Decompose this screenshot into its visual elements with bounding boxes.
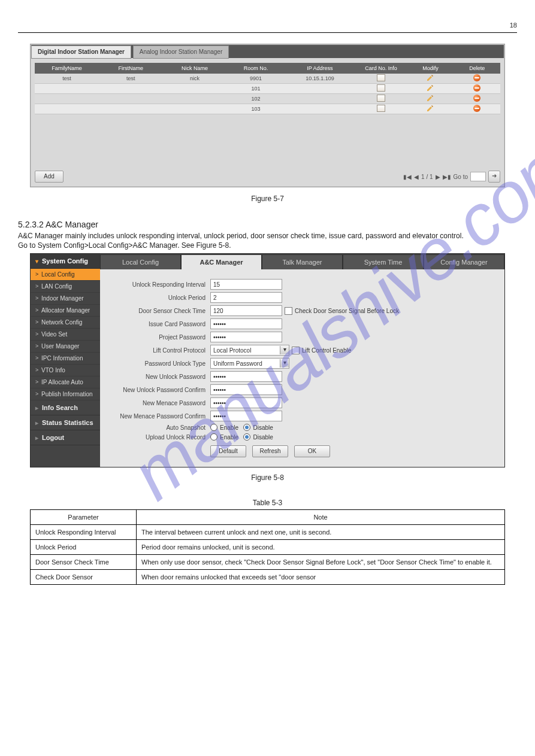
sidebar-item-user-manager[interactable]: User Manager [31, 341, 100, 353]
section-heading: 5.2.3.2 A&C Manager [18, 220, 517, 229]
pager-last-icon[interactable]: ▶▮ [443, 174, 451, 180]
label-auto-snapshot: Auto Snapshot [111, 424, 210, 431]
table-row: Door Sensor Check TimeWhen only use door… [31, 555, 505, 570]
card-info-icon[interactable] [377, 74, 385, 81]
label-new-unlock-password-confirm: New Unlock Password Confirm [111, 387, 210, 393]
card-info-icon[interactable] [377, 105, 385, 112]
select-password-unlock-type[interactable]: Uniform Password▾ [210, 358, 289, 369]
pager-goto-input[interactable] [470, 172, 486, 181]
tab-system-time[interactable]: System Time [343, 254, 424, 269]
sidebar-item-allocator-manager[interactable]: Allocator Manager [31, 305, 100, 317]
edit-icon[interactable] [427, 84, 434, 92]
card-info-icon[interactable] [377, 84, 385, 92]
table-row: 102 [35, 94, 500, 104]
tab-digital-indoor[interactable]: Digital Indoor Station Manager [31, 45, 131, 59]
figure2-caption: Figure 5-8 [18, 473, 517, 482]
sidebar-item-info-search[interactable]: Info Search [31, 400, 100, 415]
radio-auto-snapshot-enable[interactable] [210, 424, 217, 431]
edit-icon[interactable] [427, 74, 434, 81]
sidebar-item-ip-allocate-auto[interactable]: IP Allocate Auto [31, 377, 100, 388]
station-manager-tabs: Digital Indoor Station Manager Analog In… [31, 45, 504, 58]
tab-talk-manager[interactable]: Talk Manager [262, 254, 343, 269]
radio-upload-unlock-enable[interactable] [210, 433, 217, 441]
input-door-sensor-check-time[interactable]: 120 [210, 305, 282, 316]
ac-manager-panel: System Config Local Config LAN Config In… [30, 253, 505, 467]
tab-analog-indoor[interactable]: Analog Indoor Station Manager [133, 45, 229, 59]
figure1-caption: Figure 5-7 [18, 195, 517, 203]
table-row: 101 [35, 84, 500, 94]
section-text-1: A&C Manager mainly includes unlock respo… [18, 232, 517, 240]
label-password-unlock-type: Password Unlock Type [111, 360, 210, 367]
param-table-header-note: Note [137, 510, 505, 525]
param-table: ParameterNote Unlock Responding Interval… [30, 509, 505, 585]
sidebar-item-ipc-information[interactable]: IPC Information [31, 353, 100, 365]
table-row: 103 [35, 104, 500, 114]
card-info-icon[interactable] [377, 95, 385, 102]
config-tabs: Local Config A&C Manager Talk Manager Sy… [100, 254, 504, 269]
checkbox-door-sensor-signal[interactable] [285, 307, 292, 315]
edit-icon[interactable] [427, 105, 434, 112]
label-unlock-responding-interval: Unlock Responding Interval [111, 281, 210, 288]
sidebar-item-video-set[interactable]: Video Set [31, 329, 100, 341]
label-radio-disable: Disable [253, 434, 273, 441]
edit-icon[interactable] [427, 95, 434, 102]
checkbox-lift-control-enable[interactable] [292, 347, 300, 354]
pager-first-icon[interactable]: ▮◀ [403, 174, 412, 180]
label-door-sensor-check-time: Door Sensor Check Time [111, 308, 210, 314]
label-radio-disable: Disable [253, 424, 273, 431]
sidebar-item-status-statistics[interactable]: Status Statistics [31, 415, 100, 430]
sidebar-header-system-config[interactable]: System Config [31, 254, 100, 269]
input-new-unlock-password[interactable]: •••••• [210, 371, 282, 382]
add-button[interactable]: Add [35, 171, 64, 183]
input-new-menace-password-confirm[interactable]: •••••• [210, 411, 282, 421]
tab-config-manager[interactable]: Config Manager [424, 254, 504, 269]
pager-go-button[interactable]: ➜ [488, 171, 500, 183]
label-radio-enable: Enable [220, 424, 238, 431]
tab-local-config[interactable]: Local Config [100, 254, 181, 269]
label-unlock-period: Unlock Period [111, 294, 210, 301]
refresh-button[interactable]: Refresh [252, 445, 288, 457]
label-lift-control-protocol: Lift Control Protocol [111, 347, 210, 354]
input-new-menace-password[interactable]: •••••• [210, 397, 282, 408]
delete-icon[interactable] [473, 74, 480, 81]
radio-upload-unlock-disable[interactable] [243, 433, 250, 441]
pager-next-icon[interactable]: ▶ [436, 174, 440, 180]
input-issue-card-password[interactable]: •••••• [210, 318, 282, 329]
grid-header: FamilyName FirstName Nick Name Room No. … [35, 63, 500, 74]
sidebar-item-local-config[interactable]: Local Config [31, 269, 100, 281]
chevron-down-icon: ▾ [280, 346, 289, 354]
tab-ac-manager[interactable]: A&C Manager [181, 254, 262, 269]
param-table-header-parameter: Parameter [31, 510, 137, 525]
chevron-down-icon: ▾ [280, 359, 289, 368]
label-new-unlock-password: New Unlock Password [111, 374, 210, 380]
label-project-password: Project Password [111, 334, 210, 341]
ok-button[interactable]: OK [294, 445, 330, 457]
radio-auto-snapshot-disable[interactable] [243, 424, 250, 431]
input-unlock-responding-interval[interactable]: 15 [210, 279, 282, 290]
input-unlock-period[interactable]: 2 [210, 292, 282, 303]
sidebar-item-vto-info[interactable]: VTO Info [31, 365, 100, 377]
sidebar-item-lan-config[interactable]: LAN Config [31, 281, 100, 293]
sidebar-item-logout[interactable]: Logout [31, 430, 100, 445]
section-text-2: Go to System Config>Local Config>A&C Man… [18, 241, 517, 250]
delete-icon[interactable] [473, 95, 480, 102]
label-radio-enable: Enable [220, 434, 238, 441]
label-issue-card-password: Issue Card Password [111, 321, 210, 327]
input-project-password[interactable]: •••••• [210, 332, 282, 342]
label-checkbox-door-sensor-signal: Check Door Sensor Signal Before Lock [295, 308, 399, 314]
sidebar-item-publish-information[interactable]: Publish Information [31, 388, 100, 400]
label-checkbox-lift-control-enable: Lift Control Enable [302, 347, 351, 354]
label-new-menace-password-confirm: New Menace Password Confirm [111, 413, 210, 420]
pager: ▮◀ ◀ 1 / 1 ▶ ▶▮ Go to ➜ [403, 171, 500, 183]
pager-goto-label: Go to [454, 174, 468, 180]
label-new-menace-password: New Menace Password [111, 400, 210, 406]
label-upload-unlock-record: Upload Unlock Record [111, 434, 210, 441]
delete-icon[interactable] [473, 84, 480, 92]
delete-icon[interactable] [473, 105, 480, 112]
select-lift-control-protocol[interactable]: Local Protocol▾ [210, 345, 289, 356]
input-new-unlock-password-confirm[interactable]: •••••• [210, 384, 282, 395]
sidebar-item-network-config[interactable]: Network Config [31, 317, 100, 329]
default-button[interactable]: Default [210, 445, 246, 457]
pager-prev-icon[interactable]: ◀ [414, 174, 419, 180]
sidebar-item-indoor-manager[interactable]: Indoor Manager [31, 293, 100, 305]
